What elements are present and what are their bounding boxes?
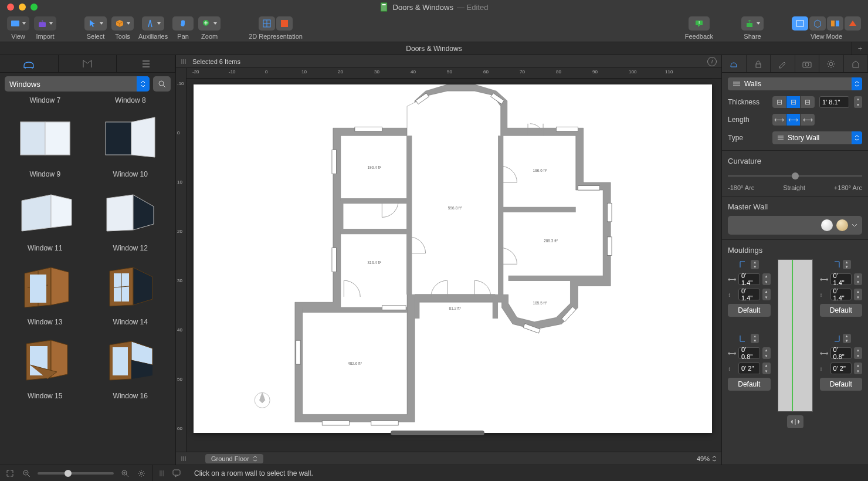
curvature-slider[interactable]	[728, 170, 862, 182]
compass-icon	[145, 19, 155, 28]
crown-profile-stepper[interactable]: ▲▼	[843, 260, 851, 269]
lib-item-label[interactable]: Window 7	[29, 96, 60, 104]
mould-height-input[interactable]: 0' 1.4"	[738, 289, 760, 300]
mould-default-button[interactable]: Default	[728, 304, 771, 317]
viewmode-render-button[interactable]	[845, 16, 861, 31]
expand-icon[interactable]	[5, 468, 15, 479]
mould-width-input[interactable]: 0' 0.8"	[738, 347, 760, 359]
mould-default-button[interactable]: Default	[728, 378, 771, 391]
mould-height-input[interactable]: 0' 2"	[830, 363, 852, 374]
feedback-button[interactable]: !	[689, 16, 710, 31]
document-tabbar: Doors & Windows +	[0, 42, 868, 55]
svg-rect-33	[371, 421, 398, 425]
thickness-input[interactable]: 1' 8.1"	[819, 96, 849, 108]
master-wall-material[interactable]	[728, 216, 862, 235]
settings-button[interactable]	[136, 468, 147, 479]
viewmode-2d-button[interactable]	[792, 16, 808, 31]
mould-h-stepper[interactable]: ▲▼	[762, 289, 771, 300]
floor-plan[interactable]: 190.4 ft² 313.4 ft² 596.8 ft² 81.2 ft² 1…	[194, 84, 712, 433]
thickness-stepper[interactable]: ▲▼	[854, 96, 862, 108]
svg-point-41	[829, 62, 833, 66]
share-label: Share	[744, 33, 761, 40]
moulding-preview	[778, 259, 813, 412]
library-item[interactable]: Window 16	[90, 328, 171, 402]
room-area: 190.4 ft²	[367, 165, 382, 170]
view-button[interactable]	[7, 16, 29, 31]
library-item[interactable]: Window 12	[90, 181, 171, 255]
viewmode-split-button[interactable]	[827, 16, 843, 31]
inspector-tab-lock[interactable]	[747, 55, 771, 72]
select-button[interactable]	[84, 16, 107, 31]
svg-rect-27	[608, 237, 612, 256]
svg-rect-2	[11, 21, 19, 26]
mirror-button[interactable]	[787, 415, 803, 428]
close-window-button[interactable]	[7, 4, 14, 11]
library-search-button[interactable]	[153, 76, 171, 92]
mould-height-input[interactable]: 0' 2"	[738, 363, 760, 374]
rep2d-button-b[interactable]	[276, 16, 293, 31]
zoom-stepper[interactable]	[712, 456, 717, 462]
base-profile-stepper[interactable]: ▲▼	[843, 334, 851, 343]
horizontal-scrollbar[interactable]	[391, 431, 484, 435]
new-tab-button[interactable]: +	[852, 42, 868, 55]
zoom-slider[interactable]	[38, 472, 114, 475]
library-category-select[interactable]: Windows	[5, 76, 150, 92]
document-tab[interactable]: Doors & Windows	[406, 45, 462, 53]
library-item[interactable]: Window 14	[90, 255, 171, 328]
inspector-tab-edit[interactable]	[771, 55, 795, 72]
zoom-in-button[interactable]	[120, 468, 130, 479]
mould-default-button[interactable]: Default	[820, 378, 863, 391]
mould-width-input[interactable]: 0' 1.4"	[738, 273, 760, 285]
import-label: Import	[36, 33, 54, 40]
import-button[interactable]	[34, 16, 56, 31]
mould-w-stepper[interactable]: ▲▼	[854, 347, 862, 359]
crown-profile-stepper[interactable]: ▲▼	[751, 260, 759, 269]
library-tab-list[interactable]	[117, 55, 175, 72]
wall-type-value: Story Wall	[788, 134, 819, 142]
info-button[interactable]: i	[707, 57, 717, 66]
rep2d-button-a[interactable]	[259, 16, 275, 31]
lib-item-label[interactable]: Window 8	[115, 96, 146, 104]
inspector-tab-light[interactable]	[819, 55, 844, 72]
grip-icon	[159, 469, 166, 477]
mould-h-stepper[interactable]: ▲▼	[854, 363, 862, 374]
minimize-window-button[interactable]	[19, 4, 26, 11]
zoom-window-button[interactable]	[30, 4, 38, 11]
floor-selector[interactable]: Ground Floor	[205, 454, 263, 463]
library-tab-materials[interactable]	[59, 55, 117, 72]
viewmode-3d-button[interactable]	[809, 16, 826, 31]
library-category-value: Windows	[9, 80, 40, 89]
tools-label: Tools	[115, 33, 130, 40]
mould-width-input[interactable]: 0' 1.4"	[830, 273, 852, 285]
inspector-tab-object[interactable]	[722, 55, 747, 72]
library-tab-furniture[interactable]	[0, 55, 59, 72]
inspector-object-select[interactable]: Walls	[728, 77, 862, 90]
zoom-out-button[interactable]	[21, 468, 32, 479]
auxiliaries-button[interactable]	[142, 16, 164, 31]
canvas[interactable]: ft -20-100102030405060708090100110 -1001…	[176, 68, 721, 452]
thickness-mode-segment[interactable]: ⊟⊟⊟	[772, 96, 815, 108]
tools-button[interactable]	[111, 16, 134, 31]
library-item[interactable]: Window 13	[5, 255, 86, 328]
base-profile-stepper[interactable]: ▲▼	[751, 334, 759, 343]
library-item[interactable]: Window 11	[5, 181, 86, 255]
mould-w-stepper[interactable]: ▲▼	[762, 273, 771, 285]
grip-icon[interactable]	[181, 58, 188, 65]
library-item[interactable]: Window 10	[90, 107, 171, 181]
library-item[interactable]: Window 9	[5, 107, 86, 181]
mould-height-input[interactable]: 0' 1.4"	[830, 289, 852, 300]
share-button[interactable]	[741, 16, 764, 31]
mould-default-button[interactable]: Default	[820, 304, 863, 317]
mould-width-input[interactable]: 0' 0.8"	[830, 347, 852, 359]
length-mode-segment[interactable]: ⟷⟷⟷	[772, 114, 815, 126]
zoom-button[interactable]	[198, 16, 221, 31]
mould-h-stepper[interactable]: ▲▼	[762, 363, 771, 374]
pan-button[interactable]	[172, 16, 194, 31]
inspector-tab-building[interactable]	[844, 55, 869, 72]
library-item[interactable]: Window 15	[5, 328, 86, 402]
wall-type-select[interactable]: Story Wall	[772, 131, 862, 144]
mould-h-stepper[interactable]: ▲▼	[854, 289, 862, 300]
mould-w-stepper[interactable]: ▲▼	[762, 347, 771, 359]
inspector-tab-camera[interactable]	[795, 55, 820, 72]
mould-w-stepper[interactable]: ▲▼	[854, 273, 862, 285]
